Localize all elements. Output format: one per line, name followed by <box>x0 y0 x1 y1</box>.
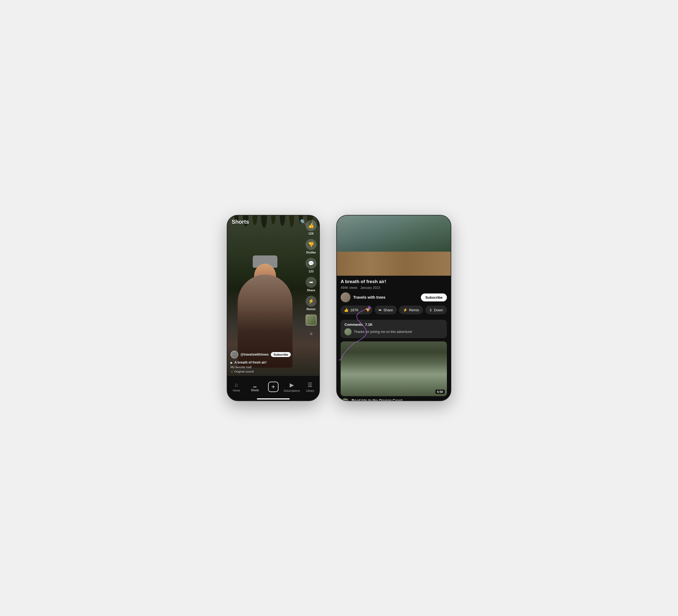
channel-name: Travels with trees <box>353 295 385 300</box>
rec-thumb-inner <box>341 341 447 396</box>
youtube-screen: A breath of fresh air! 494K views Januar… <box>337 216 451 400</box>
sound-text: Original sound <box>234 370 254 373</box>
like-icon-yt: 👍 <box>344 308 348 312</box>
share-pill[interactable]: ➥ Share <box>375 306 397 314</box>
person-area <box>227 237 303 368</box>
action-buttons: 👍 12K 👎 Dislike 💬 123 ➥ Share ⚡ Rem <box>306 220 316 338</box>
music-icon: ♫ <box>231 370 233 373</box>
like-icon: 👍 <box>306 220 316 231</box>
rec-channel-avatar <box>341 398 349 400</box>
nav-create[interactable]: + <box>264 382 282 392</box>
library-label: Library <box>306 389 314 392</box>
comment-text: Thanks for joining me on this adventure! <box>354 330 412 334</box>
shorts-nav-icon: ⎯ <box>253 382 256 388</box>
remix-button[interactable]: ⚡ Remix <box>306 296 316 311</box>
phone-shorts: Shorts 🔍 ⋮ 👍 12K 👎 Dislike 💬 12 <box>227 215 320 401</box>
sound-button[interactable]: ♫ <box>307 330 315 338</box>
comments-header: Comments 7.1K <box>344 322 443 326</box>
channel-handle: @travelswithtrees <box>240 353 269 356</box>
comment-icon: 💬 <box>306 258 316 269</box>
comment-button[interactable]: 💬 123 <box>306 258 316 273</box>
share-icon-yt: ➥ <box>378 308 382 312</box>
rec-more-button[interactable]: ⋮ <box>442 398 447 400</box>
comment-avatar <box>344 328 351 335</box>
nav-shorts[interactable]: ⎯ Shorts <box>246 382 264 392</box>
shorts-nav-label: Shorts <box>251 389 259 392</box>
dislike-icon: 👎 <box>306 239 316 250</box>
like-button[interactable]: 👍 12K <box>306 220 316 235</box>
subscribe-button-yt[interactable]: Subscribe <box>421 294 447 301</box>
video-main-title: A breath of fresh air! <box>341 279 447 284</box>
home-label: Home <box>233 389 240 392</box>
rec-title: Road trip to the Oregon Coast <box>351 398 440 400</box>
nav-home[interactable]: ⌂ Home <box>227 382 246 392</box>
download-pill[interactable]: ⇓ Down <box>425 306 447 314</box>
shorts-title: Shorts <box>232 219 249 225</box>
view-count: 494K views <box>341 286 357 290</box>
like-dislike-pill: 👍 187K 👎 <box>341 306 372 314</box>
phone-youtube: A breath of fresh air! 494K views Januar… <box>336 215 451 401</box>
video-meta: 494K views January 2023 <box>341 286 447 290</box>
shorts-info: @travelswithtrees Subscribe ▶ A breath o… <box>231 351 303 373</box>
channel-row-yt: Travels with trees Subscribe <box>341 293 447 302</box>
remix-icon: ⚡ <box>306 296 316 307</box>
dislike-icon-yt: 👎 <box>365 308 370 312</box>
home-icon: ⌂ <box>235 382 238 388</box>
play-icon: ▶ <box>231 361 233 364</box>
share-button[interactable]: ➥ Share <box>306 277 316 292</box>
thumbnail-button[interactable] <box>306 315 316 325</box>
remix-icon-yt: ⚡ <box>403 308 408 312</box>
library-icon: ☰ <box>307 382 312 388</box>
channel-avatar-yt[interactable] <box>341 293 350 302</box>
like-count: 12K <box>308 232 314 235</box>
share-icon: ➥ <box>306 277 316 288</box>
action-row-yt: 👍 187K 👎 ➥ Share ⚡ Remix <box>341 306 447 314</box>
channel-thumbnail <box>306 315 316 325</box>
subscribe-button[interactable]: Subscribe <box>271 352 291 357</box>
download-label-yt: Down <box>434 308 443 312</box>
dislike-button[interactable]: 👎 Dislike <box>306 239 316 254</box>
comment-count: 123 <box>309 270 313 273</box>
comments-count: 7.1K <box>365 322 372 326</box>
rec-details: Road trip to the Oregon Coast Adventures… <box>351 398 440 400</box>
remix-label-yt: Remix <box>409 308 419 312</box>
recommended-video: 6:50 Road trip to the Oregon Coast Adven… <box>341 341 447 400</box>
rec-info-row: Road trip to the Oregon Coast Adventures… <box>341 398 447 400</box>
remix-label: Remix <box>306 307 315 311</box>
video-info: A breath of fresh air! 494K views Januar… <box>337 276 451 320</box>
subscriptions-icon: ▶ <box>290 382 294 388</box>
upload-date: January 2023 <box>360 286 380 290</box>
comments-title: Comments <box>344 322 363 326</box>
share-label: Share <box>307 288 315 292</box>
video-title-row: ▶ A breath of fresh air! <box>231 360 303 364</box>
nav-library[interactable]: ☰ Library <box>301 382 319 392</box>
video-thumbnail <box>337 216 451 276</box>
sound-icon: ♫ <box>307 330 315 338</box>
channel-left: Travels with trees <box>341 293 385 302</box>
search-icon[interactable]: 🔍 <box>300 219 306 225</box>
sound-row: ♫ Original sound <box>231 370 303 373</box>
nav-subscriptions[interactable]: ▶ Subscriptions <box>282 382 301 392</box>
like-count-yt: 187K <box>350 308 359 312</box>
create-button[interactable]: + <box>268 382 278 392</box>
video-title: A breath of fresh air! <box>234 360 267 364</box>
rec-thumbnail: 6:50 <box>341 341 447 396</box>
comments-section[interactable]: Comments 7.1K Thanks for joining me on t… <box>341 320 447 338</box>
dislike-button-yt[interactable]: 👎 <box>362 306 372 314</box>
download-icon-yt: ⇓ <box>429 308 432 312</box>
comment-preview: Thanks for joining me on this adventure! <box>344 328 443 335</box>
video-description: My favorite trail! <box>231 365 303 369</box>
channel-row: @travelswithtrees Subscribe <box>231 351 303 358</box>
share-label-yt: Share <box>383 308 393 312</box>
like-button-yt[interactable]: 👍 187K <box>341 306 362 314</box>
channel-avatar <box>231 351 238 358</box>
duration-badge: 6:50 <box>436 390 445 394</box>
nav-divider <box>257 398 290 399</box>
remix-pill[interactable]: ⚡ Remix <box>399 306 423 314</box>
dislike-label: Dislike <box>306 251 316 254</box>
shorts-screen: Shorts 🔍 ⋮ 👍 12K 👎 Dislike 💬 12 <box>227 216 319 400</box>
bottom-nav: ⌂ Home ⎯ Shorts + ▶ Subscriptions ☰ Libr… <box>227 376 319 400</box>
subscriptions-label: Subscriptions <box>284 389 300 392</box>
